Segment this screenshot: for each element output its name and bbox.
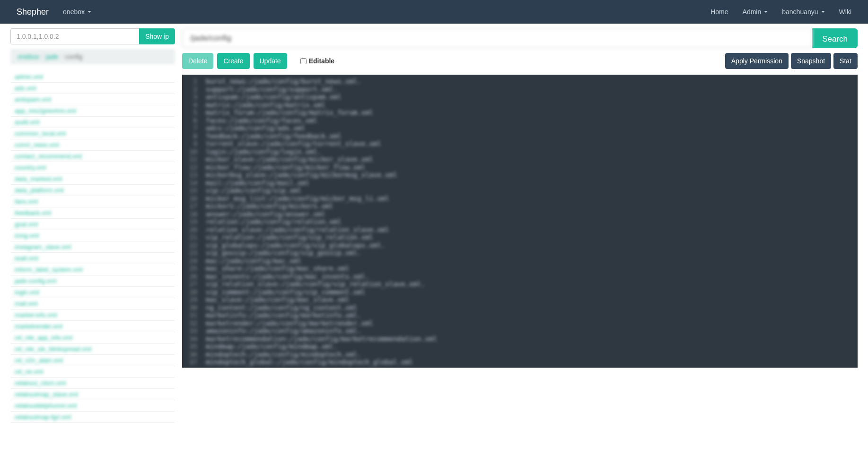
- node-list-item: .icing.xml: [10, 230, 175, 241]
- create-button[interactable]: Create: [217, 53, 249, 69]
- node-list-item: .jade-config.xml: [10, 275, 175, 287]
- node-list-item: .data_platform.xml: [10, 185, 175, 196]
- node-link[interactable]: .marketrender.xml: [10, 321, 175, 332]
- node-link[interactable]: .rel_rde_app_info.xml: [10, 332, 175, 343]
- snapshot-button[interactable]: Snapshot: [791, 53, 831, 69]
- brand-link[interactable]: Shepher: [9, 7, 56, 17]
- caret-icon: [764, 11, 768, 13]
- node-link[interactable]: .common_local.xml: [10, 128, 175, 139]
- node-list-item: .market-info.xml: [10, 310, 175, 321]
- editable-checkbox[interactable]: [300, 58, 307, 64]
- node-list-item: .rel_rde_sle_blinkspread.xml: [10, 344, 175, 355]
- node-link[interactable]: .instagram_slave.xml: [10, 241, 175, 252]
- nav-admin-dropdown[interactable]: Admin: [736, 1, 775, 23]
- node-list-item: .app_mis2grievhmi.xml: [10, 105, 175, 117]
- node-list-item: .data_marked.xml: [10, 173, 175, 185]
- node-link[interactable]: .contact_recommend.xml: [10, 151, 175, 162]
- node-link[interactable]: .rel_n2n_alain.xml: [10, 355, 175, 366]
- nav-home[interactable]: Home: [703, 1, 735, 23]
- node-list-item: .feedback.xml: [10, 207, 175, 219]
- node-link[interactable]: .icing.xml: [10, 230, 175, 241]
- node-list-item: .marketrender.xml: [10, 321, 175, 332]
- node-list: .admin.xml.adx.xml.antispam.xml.app_mis2…: [10, 71, 175, 423]
- node-list-item: .mail.xml: [10, 298, 175, 310]
- node-link[interactable]: .feedback.xml: [10, 207, 175, 218]
- navbar-left: Shepher onebox: [9, 1, 98, 23]
- update-button[interactable]: Update: [254, 53, 287, 69]
- node-list-item: .inform_label_system.xml: [10, 264, 175, 275]
- node-list-item: .relaboutdelphunnir.xml: [10, 400, 175, 412]
- node-link[interactable]: .mail.xml: [10, 298, 175, 309]
- code-editor[interactable]: 1234567891011121314151617181920212223242…: [182, 75, 858, 368]
- node-list-item: .adx.xml: [10, 83, 175, 94]
- editor-gutter: 1234567891011121314151617181920212223242…: [182, 75, 201, 368]
- node-list-item: .instagram_slave.xml: [10, 241, 175, 253]
- node-link[interactable]: .relabout_rdsrn.xml: [10, 378, 175, 388]
- node-link[interactable]: .country.xml: [10, 162, 175, 173]
- navbar: Shepher onebox Home Admin banchuanyu Wik…: [0, 0, 868, 24]
- node-link[interactable]: .app_mis2grievhmi.xml: [10, 105, 175, 116]
- node-link[interactable]: .antispam.xml: [10, 94, 175, 105]
- action-bar: Delete Create Update Editable Apply Perm…: [182, 53, 858, 69]
- breadcrumb-item[interactable]: jade: [46, 53, 58, 60]
- node-list-item: .common_local.xml: [10, 128, 175, 139]
- search-group: Search: [182, 28, 858, 48]
- node-link[interactable]: .relaboutmap_slave.xml: [10, 389, 175, 400]
- node-list-item: .goal.xml: [10, 219, 175, 230]
- node-link[interactable]: .data_platform.xml: [10, 185, 175, 196]
- node-link[interactable]: .admin.xml: [10, 71, 175, 82]
- apply-permission-button[interactable]: Apply Permission: [725, 53, 789, 69]
- breadcrumb-sep: /: [58, 53, 65, 60]
- ip-input-group: Show ip: [10, 28, 175, 44]
- node-list-item: .rel_rde_app_info.xml: [10, 332, 175, 344]
- ip-input[interactable]: [10, 28, 140, 44]
- node-list-item: .fans.xml: [10, 196, 175, 207]
- node-link[interactable]: .relaboutdelphunnir.xml: [10, 400, 175, 411]
- breadcrumb-item[interactable]: onebox: [18, 53, 39, 60]
- node-list-item: .rel_n2n_alain.xml: [10, 355, 175, 366]
- node-link[interactable]: .iwall.xml: [10, 253, 175, 264]
- stat-button[interactable]: Stat: [833, 53, 858, 69]
- nav-wiki[interactable]: Wiki: [832, 1, 859, 23]
- action-left: Delete Create Update Editable: [182, 53, 334, 69]
- breadcrumb-item-active: config: [65, 53, 82, 60]
- node-list-item: .audit.xml: [10, 117, 175, 128]
- nav-user-label: banchuanyu: [782, 8, 818, 16]
- show-ip-button[interactable]: Show ip: [139, 28, 175, 44]
- node-link[interactable]: .market-info.xml: [10, 310, 175, 320]
- caret-icon: [88, 11, 91, 13]
- node-link[interactable]: .goal.xml: [10, 219, 175, 230]
- search-button[interactable]: Search: [812, 28, 858, 48]
- node-link[interactable]: .rel_rde_sle_blinkspread.xml: [10, 344, 175, 354]
- node-link[interactable]: .login.xml: [10, 287, 175, 298]
- cluster-dropdown[interactable]: onebox: [56, 1, 98, 23]
- node-list-item: .iwall.xml: [10, 253, 175, 264]
- editable-label-text: Editable: [309, 57, 334, 65]
- main-row: Show ip onebox / jade / config .admin.xm…: [10, 28, 858, 423]
- node-list-item: .antispam.xml: [10, 94, 175, 105]
- action-right: Apply Permission Snapshot Stat: [725, 53, 858, 69]
- nav-user-dropdown[interactable]: banchuanyu: [775, 1, 832, 23]
- breadcrumb: onebox / jade / config: [10, 49, 175, 64]
- node-link[interactable]: .relaboutmap-fgrl.xml: [10, 412, 175, 422]
- node-list-item: .rel_ne.xml: [10, 366, 175, 378]
- node-link[interactable]: .data_marked.xml: [10, 173, 175, 184]
- node-list-item: .admin.xml: [10, 71, 175, 83]
- node-link[interactable]: .rel_ne.xml: [10, 366, 175, 377]
- node-link[interactable]: .jade-config.xml: [10, 275, 175, 286]
- node-link[interactable]: .audit.xml: [10, 117, 175, 128]
- right-column: Search Delete Create Update Editable App…: [182, 28, 858, 423]
- delete-button[interactable]: Delete: [182, 53, 213, 69]
- breadcrumb-sep: /: [39, 53, 46, 60]
- node-link[interactable]: .inform_label_system.xml: [10, 264, 175, 275]
- node-list-item: .relaboutmap_slave.xml: [10, 389, 175, 400]
- editable-checkbox-label[interactable]: Editable: [300, 57, 334, 65]
- path-search-input[interactable]: [182, 28, 812, 48]
- node-link[interactable]: .adx.xml: [10, 83, 175, 94]
- nav-admin-label: Admin: [743, 8, 762, 16]
- node-list-item: .country.xml: [10, 162, 175, 173]
- node-link[interactable]: .fans.xml: [10, 196, 175, 207]
- node-list-item: .login.xml: [10, 287, 175, 298]
- node-list-item: .comrl_news.xml: [10, 139, 175, 151]
- node-link[interactable]: .comrl_news.xml: [10, 139, 175, 150]
